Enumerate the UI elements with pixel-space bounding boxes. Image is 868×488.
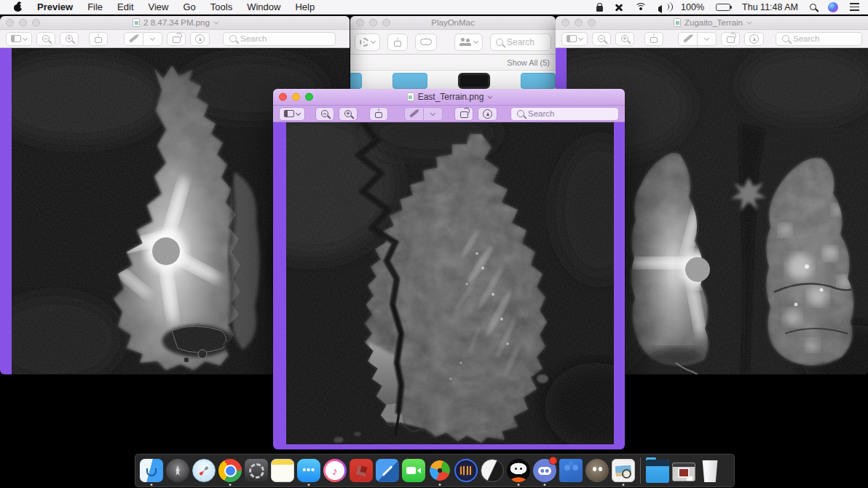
volume-icon[interactable] (658, 1, 669, 13)
app-menu-title[interactable]: Preview (30, 1, 80, 12)
zoom-out-button[interactable]: − (592, 32, 611, 46)
discord-dock-icon[interactable] (532, 456, 557, 485)
share-button[interactable] (89, 32, 108, 46)
east-content (273, 122, 625, 449)
tag-button[interactable] (415, 34, 437, 51)
audacity-dock-icon[interactable] (454, 456, 478, 485)
trash-dock-icon[interactable] (698, 456, 722, 485)
menu-item-go[interactable]: Go (175, 1, 202, 12)
zoom-in-button[interactable]: + (615, 32, 634, 46)
minimized-window-dock-icon[interactable] (671, 456, 696, 485)
minimize-button[interactable] (369, 19, 377, 27)
safari-dock-icon[interactable] (192, 456, 216, 485)
markup-pen-chevron[interactable] (424, 107, 443, 121)
notes-dock-icon[interactable] (270, 456, 295, 485)
file-thumbnail[interactable] (392, 73, 427, 89)
menu-item-tools[interactable]: Tools (203, 1, 240, 12)
notification-center-icon[interactable] (850, 1, 859, 13)
sidebar-button[interactable] (6, 32, 32, 46)
title-chevron-icon[interactable] (488, 93, 493, 98)
search-field[interactable]: Search (510, 107, 619, 121)
downloads-folder-dock-icon[interactable] (645, 456, 670, 485)
zoom-button[interactable] (382, 19, 390, 27)
sidebar-button[interactable] (561, 32, 588, 46)
sysprefs-dock-icon[interactable] (244, 456, 269, 485)
playonmac-pinwheel-dock-icon[interactable] (427, 456, 452, 485)
zoom-button[interactable] (588, 19, 596, 27)
rotate-button[interactable] (721, 32, 740, 46)
markup-pen-chevron[interactable] (698, 32, 717, 46)
zoom-button[interactable] (305, 93, 313, 101)
action-gear-button[interactable] (355, 34, 380, 51)
spotlight-icon[interactable] (810, 1, 816, 13)
zoom-out-button[interactable]: − (315, 107, 334, 121)
sidebar-button[interactable] (279, 107, 305, 121)
llama-dock-icon[interactable] (506, 456, 531, 485)
roblox-studio-dock-icon[interactable] (375, 456, 400, 485)
share-button[interactable] (644, 32, 663, 46)
zugaito-title-bar[interactable]: Zugaito_Terrain (556, 16, 868, 30)
zoom-button[interactable] (32, 19, 40, 27)
wifi-icon[interactable] (635, 1, 647, 13)
markup-pen-chevron[interactable] (143, 32, 162, 46)
east-title-bar[interactable]: East_Terrain.png (273, 89, 625, 106)
menu-bar-clock[interactable]: Thu 11:48 AM (742, 1, 798, 13)
hotspot-lock-icon[interactable] (596, 1, 603, 13)
chrome-dock-icon[interactable] (218, 456, 242, 485)
markup-toolbar-button[interactable] (478, 107, 497, 121)
close-button[interactable] (6, 19, 14, 27)
markup-pen-button[interactable] (678, 32, 698, 46)
file-thumbnail[interactable] (521, 73, 556, 89)
show-all-row: Show All (5) (350, 55, 556, 71)
close-button[interactable] (561, 19, 569, 27)
menu-item-help[interactable]: Help (288, 1, 322, 12)
roblox-dock-icon[interactable] (349, 456, 374, 485)
share-icon (393, 38, 402, 47)
preview-dock-icon[interactable] (611, 456, 636, 485)
rotate-button[interactable] (167, 32, 186, 46)
launchpad-dock-icon[interactable] (165, 456, 190, 485)
gimp-dock-icon[interactable] (585, 456, 609, 485)
markup-pen-button[interactable] (124, 32, 143, 46)
markup-toolbar-button[interactable] (190, 32, 210, 46)
playonmac-title-bar[interactable]: PlayOnMac (350, 16, 556, 30)
preview-app-icon (612, 459, 635, 482)
lego-dock-icon[interactable] (559, 456, 583, 485)
minimize-button[interactable] (19, 19, 27, 27)
accounts-button[interactable] (454, 34, 483, 51)
menu-item-file[interactable]: File (80, 1, 110, 12)
close-button[interactable] (279, 93, 287, 101)
show-all-link[interactable]: Show All (5) (507, 58, 550, 67)
markup-toolbar-button[interactable] (744, 32, 764, 46)
swirl-dock-icon[interactable] (480, 456, 505, 485)
search-field[interactable]: Search (223, 32, 336, 46)
finder-dock-icon[interactable] (139, 456, 164, 485)
rotate-button[interactable] (454, 107, 473, 121)
file-thumbnail[interactable] (458, 73, 491, 89)
facetime-dock-icon[interactable] (401, 456, 426, 485)
close-button[interactable] (356, 19, 364, 27)
siri-icon[interactable] (828, 1, 838, 13)
minimize-button[interactable] (575, 19, 583, 27)
itunes-dock-icon[interactable] (323, 456, 347, 485)
search-field[interactable]: Search (490, 34, 551, 51)
zoom-in-button[interactable]: + (339, 107, 358, 121)
share-button[interactable] (369, 107, 388, 121)
apple-menu-icon[interactable] (13, 2, 23, 12)
title-chevron-icon[interactable] (213, 19, 218, 24)
title-chevron-icon[interactable] (746, 19, 751, 24)
markup-pen-button[interactable] (404, 107, 424, 121)
zoom-out-button[interactable]: − (36, 32, 55, 46)
antivirus-x-icon[interactable] (615, 1, 623, 13)
share-button[interactable] (387, 34, 408, 51)
minimize-button[interactable] (292, 93, 300, 101)
menu-item-window[interactable]: Window (240, 1, 288, 12)
menu-item-edit[interactable]: Edit (110, 1, 141, 12)
menu-item-view[interactable]: View (141, 1, 176, 12)
battery-charging-icon[interactable] (716, 1, 730, 13)
messages-dock-icon[interactable] (296, 456, 321, 485)
file-thumbnail[interactable] (350, 73, 362, 89)
search-field[interactable]: Search (776, 32, 862, 46)
screenshot-title-bar[interactable]: 2 8.47.34 PM.png (0, 16, 350, 30)
zoom-in-button[interactable]: + (60, 32, 79, 46)
